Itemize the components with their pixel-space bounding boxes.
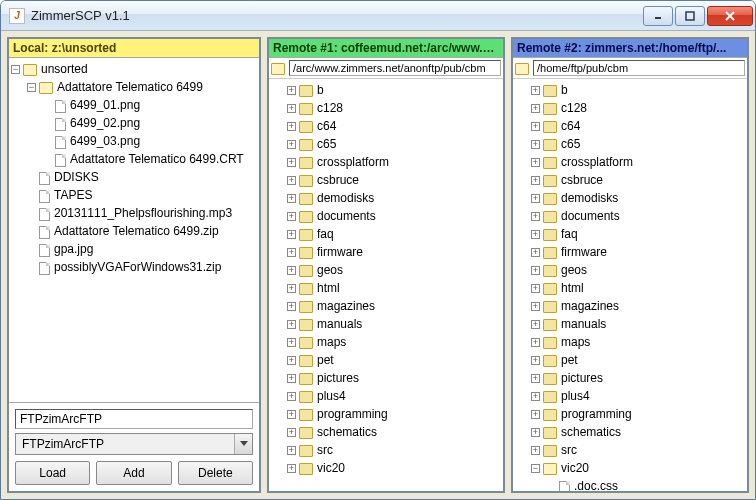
remote-folder[interactable]: +firmware [515, 243, 745, 261]
remote-folder[interactable]: +c65 [515, 135, 745, 153]
add-button[interactable]: Add [96, 461, 171, 485]
tree-expand-icon[interactable]: + [531, 158, 540, 167]
remote-folder[interactable]: +c64 [271, 117, 501, 135]
local-file[interactable]: possiblyVGAForWindows31.zip [11, 258, 257, 276]
remote-folder[interactable]: −vic20 [515, 459, 745, 477]
tree-expand-icon[interactable]: + [287, 410, 296, 419]
tree-expand-icon[interactable]: + [287, 374, 296, 383]
tree-expand-icon[interactable]: + [287, 104, 296, 113]
tree-expand-icon[interactable]: + [531, 374, 540, 383]
tree-expand-icon[interactable]: + [531, 302, 540, 311]
maximize-button[interactable] [675, 6, 705, 26]
tree-expand-icon[interactable]: + [287, 140, 296, 149]
tree-collapse-icon[interactable]: − [531, 464, 540, 473]
remote-folder[interactable]: +pictures [271, 369, 501, 387]
remote-file[interactable]: .doc.css [515, 477, 745, 491]
remote-folder[interactable]: +c128 [515, 99, 745, 117]
remote-folder[interactable]: +src [515, 441, 745, 459]
tree-expand-icon[interactable]: + [531, 230, 540, 239]
tree-expand-icon[interactable]: + [531, 176, 540, 185]
remote-folder[interactable]: +csbruce [271, 171, 501, 189]
local-file[interactable]: gpa.jpg [11, 240, 257, 258]
local-file[interactable]: 6499_02.png [11, 114, 257, 132]
remote-folder[interactable]: +firmware [271, 243, 501, 261]
tree-expand-icon[interactable]: + [531, 140, 540, 149]
remote-folder[interactable]: +src [271, 441, 501, 459]
local-file[interactable]: DDISKS [11, 168, 257, 186]
remote-folder[interactable]: +documents [271, 207, 501, 225]
tree-expand-icon[interactable]: + [531, 266, 540, 275]
remote-folder[interactable]: +html [271, 279, 501, 297]
remote-folder[interactable]: +schematics [271, 423, 501, 441]
tree-expand-icon[interactable]: + [531, 338, 540, 347]
tree-expand-icon[interactable]: + [287, 356, 296, 365]
tree-expand-icon[interactable]: + [531, 446, 540, 455]
tree-expand-icon[interactable]: + [287, 158, 296, 167]
remote-folder[interactable]: +c128 [271, 99, 501, 117]
remote-folder[interactable]: +manuals [271, 315, 501, 333]
load-button[interactable]: Load [15, 461, 90, 485]
remote-folder[interactable]: +geos [271, 261, 501, 279]
remote-folder[interactable]: +magazines [271, 297, 501, 315]
tree-expand-icon[interactable]: + [287, 86, 296, 95]
local-file[interactable]: 6499_01.png [11, 96, 257, 114]
tree-expand-icon[interactable]: + [531, 122, 540, 131]
remote-folder[interactable]: +b [271, 81, 501, 99]
remote-folder[interactable]: +plus4 [515, 387, 745, 405]
remote-folder[interactable]: +crossplatform [515, 153, 745, 171]
tree-expand-icon[interactable]: + [287, 392, 296, 401]
tree-expand-icon[interactable]: + [287, 230, 296, 239]
remote-folder[interactable]: +programming [515, 405, 745, 423]
remote-folder[interactable]: +pet [515, 351, 745, 369]
remote-folder[interactable]: +pet [271, 351, 501, 369]
tree-expand-icon[interactable]: + [531, 428, 540, 437]
local-folder[interactable]: −Adattatore Telematico 6499 [11, 78, 257, 96]
tree-expand-icon[interactable]: + [287, 212, 296, 221]
remote-folder[interactable]: +manuals [515, 315, 745, 333]
remote-folder[interactable]: +magazines [515, 297, 745, 315]
remote-folder[interactable]: +schematics [515, 423, 745, 441]
tree-expand-icon[interactable]: + [531, 194, 540, 203]
tree-expand-icon[interactable]: + [287, 464, 296, 473]
remote-folder[interactable]: +faq [271, 225, 501, 243]
tree-expand-icon[interactable]: + [287, 320, 296, 329]
remote-folder[interactable]: +pictures [515, 369, 745, 387]
remote-folder[interactable]: +demodisks [515, 189, 745, 207]
tree-collapse-icon[interactable]: − [27, 83, 36, 92]
minimize-button[interactable] [643, 6, 673, 26]
tree-collapse-icon[interactable]: − [11, 65, 20, 74]
remote-folder[interactable]: +maps [515, 333, 745, 351]
delete-button[interactable]: Delete [178, 461, 253, 485]
remote-folder[interactable]: +geos [515, 261, 745, 279]
remote-folder[interactable]: +maps [271, 333, 501, 351]
remote2-path-input[interactable] [533, 60, 745, 76]
remote-folder[interactable]: +programming [271, 405, 501, 423]
tree-expand-icon[interactable]: + [287, 122, 296, 131]
tree-expand-icon[interactable]: + [287, 266, 296, 275]
tree-expand-icon[interactable]: + [531, 392, 540, 401]
local-file[interactable]: TAPES [11, 186, 257, 204]
tree-expand-icon[interactable]: + [531, 320, 540, 329]
local-file[interactable]: 6499_03.png [11, 132, 257, 150]
tree-expand-icon[interactable]: + [287, 284, 296, 293]
profile-select[interactable]: FTPzimArcFTP [15, 433, 253, 455]
remote-folder[interactable]: +crossplatform [271, 153, 501, 171]
tree-expand-icon[interactable]: + [287, 194, 296, 203]
remote1-tree[interactable]: +b+c128+c64+c65+crossplatform+csbruce+de… [269, 79, 503, 491]
tree-expand-icon[interactable]: + [531, 356, 540, 365]
remote-folder[interactable]: +plus4 [271, 387, 501, 405]
local-file[interactable]: Adattatore Telematico 6499.CRT [11, 150, 257, 168]
tree-expand-icon[interactable]: + [287, 446, 296, 455]
remote-folder[interactable]: +c65 [271, 135, 501, 153]
tree-expand-icon[interactable]: + [531, 104, 540, 113]
tree-expand-icon[interactable]: + [531, 212, 540, 221]
tree-expand-icon[interactable]: + [531, 284, 540, 293]
tree-expand-icon[interactable]: + [531, 410, 540, 419]
remote-folder[interactable]: +b [515, 81, 745, 99]
tree-expand-icon[interactable]: + [287, 248, 296, 257]
remote-folder[interactable]: +html [515, 279, 745, 297]
remote-folder[interactable]: +c64 [515, 117, 745, 135]
tree-expand-icon[interactable]: + [287, 302, 296, 311]
tree-expand-icon[interactable]: + [287, 176, 296, 185]
remote-folder[interactable]: +faq [515, 225, 745, 243]
